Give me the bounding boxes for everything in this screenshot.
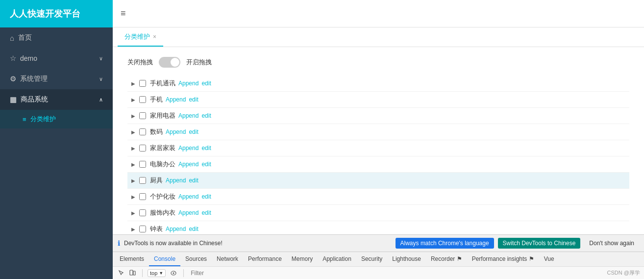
category-row: ▶ 家用电器 Append edit <box>127 108 629 124</box>
sidebar-item-goods[interactable]: ▦ 商品系统 ∧ <box>0 89 113 110</box>
category-checkbox[interactable] <box>139 145 146 152</box>
edit-action[interactable]: edit <box>201 161 211 168</box>
category-row: ▶ 手机通讯 Append edit <box>127 76 629 92</box>
append-action[interactable]: Append <box>166 128 186 135</box>
category-checkbox[interactable] <box>139 161 146 168</box>
top-selector[interactable]: top ▼ <box>148 269 166 277</box>
devtools-tab-security[interactable]: Security <box>356 252 387 266</box>
category-checkbox[interactable] <box>139 128 146 135</box>
main-content: 分类维护 × 关闭拖拽 开启拖拽 ▶ 手机通讯 Append edit ▶ <box>113 27 644 234</box>
expand-btn[interactable]: ▶ <box>129 160 137 168</box>
sidebar-item-home[interactable]: ⌂ 首页 <box>0 27 113 48</box>
category-checkbox[interactable] <box>139 193 146 200</box>
edit-action[interactable]: edit <box>201 112 211 119</box>
expand-btn[interactable]: ▶ <box>129 96 137 103</box>
sidebar-item-system[interactable]: ⚙ 系统管理 ∨ <box>0 69 113 89</box>
eye-btn[interactable] <box>169 268 178 278</box>
expand-btn[interactable]: ▶ <box>129 225 137 233</box>
append-action[interactable]: Append <box>178 161 198 168</box>
category-row: ▶ 电脑办公 Append edit <box>127 156 629 173</box>
append-action[interactable]: Append <box>178 145 198 152</box>
append-action[interactable]: Append <box>178 112 198 119</box>
sidebar-item-home-label: 首页 <box>18 33 32 42</box>
edit-action[interactable]: edit <box>201 145 211 152</box>
app-title: 人人快速开发平台 <box>10 8 80 20</box>
edit-action[interactable]: edit <box>189 96 198 103</box>
edit-action[interactable]: edit <box>189 226 198 232</box>
append-action[interactable]: Append <box>166 177 186 184</box>
devtools-tab-application[interactable]: Application <box>318 252 356 266</box>
category-row: ▶ 钟表 Append edit <box>127 221 629 234</box>
category-row: ▶ 厨具 Append edit <box>127 173 629 189</box>
devtools-tab-performance-insights[interactable]: Performance insights ⚑ <box>467 252 539 266</box>
tab-category[interactable]: 分类维护 × <box>118 27 163 47</box>
expand-btn[interactable]: ▶ <box>129 112 137 120</box>
devtools-tab-bar: ElementsConsoleSourcesNetworkPerformance… <box>113 252 644 266</box>
append-action[interactable]: Append <box>166 226 186 232</box>
edit-action[interactable]: edit <box>201 80 211 87</box>
expand-btn[interactable]: ▶ <box>129 209 137 217</box>
devtools-tab-lighthouse[interactable]: Lighthouse <box>387 252 426 266</box>
expand-btn[interactable]: ▶ <box>129 177 137 184</box>
devtools-tab-vue[interactable]: Vue <box>539 252 559 266</box>
expand-btn[interactable]: ▶ <box>129 144 137 152</box>
drag-toggle[interactable] <box>159 57 180 68</box>
edit-action[interactable]: edit <box>189 177 198 184</box>
category-name: 家居家装 <box>150 144 175 152</box>
category-checkbox[interactable] <box>139 226 146 232</box>
svg-rect-0 <box>130 270 133 275</box>
sidebar-item-demo[interactable]: ☆ demo ∨ <box>0 48 113 69</box>
svg-point-3 <box>173 272 174 274</box>
category-name: 服饰内衣 <box>150 208 175 217</box>
filter-input[interactable] <box>189 270 604 277</box>
devtools-bottom-bar: top ▼ CSDN @厚学 <box>113 266 644 279</box>
gear-icon: ⚙ <box>10 75 16 83</box>
device-toggle-btn[interactable] <box>127 268 137 278</box>
category-checkbox[interactable] <box>139 112 146 119</box>
category-name: 数码 <box>150 127 163 136</box>
expand-btn[interactable]: ▶ <box>129 193 137 201</box>
sidebar-section-goods: ▦ 商品系统 ∧ ≡ 分类维护 <box>0 89 113 128</box>
append-action[interactable]: Append <box>166 96 186 103</box>
append-action[interactable]: Append <box>178 80 198 87</box>
category-row: ▶ 个护化妆 Append edit <box>127 189 629 205</box>
expand-btn[interactable]: ▶ <box>129 128 137 136</box>
inspect-element-btn[interactable] <box>117 268 126 278</box>
hamburger-button[interactable]: ≡ <box>121 8 126 19</box>
star-icon: ☆ <box>10 54 16 63</box>
tab-close-icon[interactable]: × <box>153 33 156 40</box>
category-row: ▶ 服饰内衣 Append edit <box>127 205 629 221</box>
category-checkbox[interactable] <box>139 177 146 184</box>
devtools-dont-show-btn[interactable]: Don't show again <box>584 238 639 249</box>
devtools-tab-memory[interactable]: Memory <box>287 252 318 266</box>
category-row: ▶ 手机 Append edit <box>127 92 629 108</box>
edit-action[interactable]: edit <box>201 209 211 216</box>
edit-action[interactable]: edit <box>201 193 211 200</box>
devtools-tab-network[interactable]: Network <box>212 252 243 266</box>
devtools-switch-btn[interactable]: Switch DevTools to Chinese <box>498 238 581 249</box>
category-name: 电脑办公 <box>150 160 175 169</box>
devtools-tab-performance[interactable]: Performance <box>243 252 287 266</box>
sidebar-item-system-label: 系统管理 <box>20 75 48 83</box>
sidebar-item-goods-label: 商品系统 <box>21 95 48 104</box>
devtools-tab-recorder[interactable]: Recorder ⚑ <box>426 252 467 266</box>
devtools-always-match-btn[interactable]: Always match Chrome's language <box>396 238 494 249</box>
edit-action[interactable]: edit <box>189 128 198 135</box>
category-name: 个护化妆 <box>150 192 175 201</box>
category-checkbox[interactable] <box>139 80 146 87</box>
devtools-notify-msg: DevTools is now available in Chinese! <box>124 240 392 247</box>
category-checkbox[interactable] <box>139 96 146 103</box>
sidebar-subitem-category[interactable]: ≡ 分类维护 <box>0 110 113 128</box>
toggle-label-right: 开启拖拽 <box>186 58 212 67</box>
top-dropdown-arrow: ▼ <box>159 271 163 276</box>
append-action[interactable]: Append <box>178 193 198 200</box>
home-icon: ⌂ <box>10 34 14 42</box>
devtools-tab-elements[interactable]: Elements <box>115 252 149 266</box>
devtools-tab-console[interactable]: Console <box>149 252 180 266</box>
devtools-tab-sources[interactable]: Sources <box>180 252 212 266</box>
append-action[interactable]: Append <box>178 209 198 216</box>
top-label: top <box>150 270 157 276</box>
tab-bar: 分类维护 × <box>113 27 644 47</box>
expand-btn[interactable]: ▶ <box>129 79 137 87</box>
category-checkbox[interactable] <box>139 209 146 216</box>
